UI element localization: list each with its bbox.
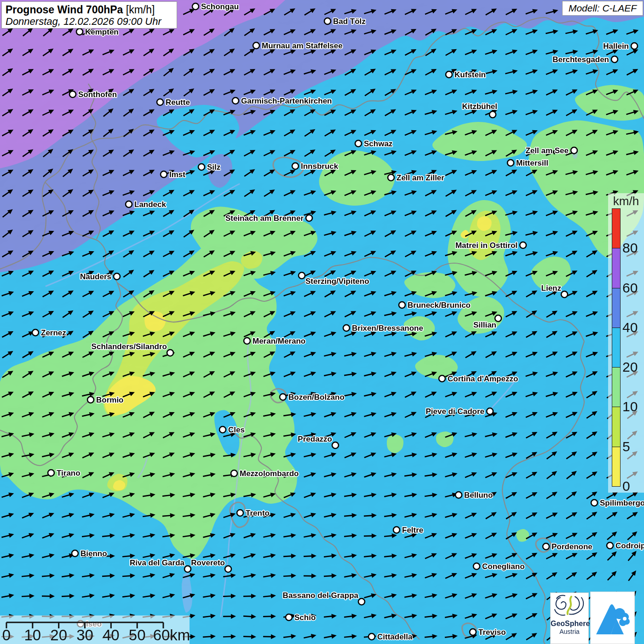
city-marker: [192, 3, 199, 10]
city-marker: [306, 215, 312, 221]
city-marker: [198, 164, 205, 170]
city-cles: Cles: [219, 426, 245, 434]
city-label: Hallein: [603, 42, 629, 51]
city-marker: [157, 99, 163, 105]
city-label: Trento: [246, 509, 270, 518]
city-imst: Imst: [161, 170, 185, 179]
city-tirano: Tirano: [48, 469, 80, 477]
city-marker: [87, 397, 94, 403]
geosphere-logo: GeoSphere Austria: [550, 592, 589, 644]
city-label: Schongau: [201, 2, 239, 11]
city-label: Cles: [228, 426, 245, 434]
legend-tick-label: 20: [622, 359, 644, 375]
city-marker: [48, 470, 54, 476]
city-marker: [237, 510, 243, 516]
city-label: Treviso: [478, 628, 506, 637]
city-label: Reutte: [166, 98, 190, 107]
city-label: Cortina d'Ampezzo: [448, 374, 518, 383]
city-label: Zell am Ziller: [397, 173, 444, 182]
city-marker: [473, 563, 480, 569]
model-label: Modell: C-LAEF: [562, 1, 643, 16]
city-label: Sillian: [473, 321, 496, 329]
city-label: Meran/Merano: [253, 337, 305, 345]
city-label: Pieve di Cadore: [426, 407, 484, 416]
city-label: Kempten: [85, 28, 119, 36]
city-marker: [299, 272, 305, 279]
scalebar-label: 20: [50, 627, 67, 644]
mountain-cloud-logo: [590, 592, 635, 644]
city-label: Conegliano: [482, 562, 525, 571]
city-marker: [32, 329, 39, 336]
city-label: Imst: [169, 170, 185, 179]
city-marker: [489, 111, 496, 118]
city-marker: [487, 408, 493, 414]
city-pieve-di-cadore: Pieve di Cadore: [426, 407, 493, 416]
city-label: Bruneck/Brunico: [408, 301, 471, 310]
city-murnau-am-staffelsee: Murnau am Staffelsee: [253, 41, 343, 50]
city-zernez: Zernez: [32, 328, 66, 337]
city-marker: [253, 42, 259, 49]
distance-scalebar: 0102030405060km: [0, 615, 190, 644]
city-label: Landeck: [134, 200, 167, 209]
city-marker: [232, 98, 239, 104]
legend-tick-label: 10: [622, 399, 644, 414]
city-marker: [244, 338, 250, 344]
city-marker: [161, 171, 167, 178]
city-label: Schwaz: [364, 139, 392, 148]
city-label: Codroipo: [615, 541, 644, 550]
city-marker: [332, 442, 339, 448]
legend-color-10: [612, 367, 621, 407]
wind-forecast-map: SchongauBad TölzKemptenMurnau am Staffel…: [0, 0, 644, 644]
city-marker: [114, 273, 120, 280]
city-marker: [167, 350, 173, 356]
city-label: Feltre: [402, 526, 423, 535]
city-marker: [286, 614, 292, 621]
city-marker: [591, 500, 598, 506]
legend-title: km/h: [608, 194, 644, 208]
city-label: Predazzo: [298, 435, 332, 443]
city-marker: [631, 43, 638, 49]
geosphere-country: Austria: [551, 628, 588, 635]
city-label: Zernez: [41, 328, 66, 337]
city-marker: [126, 201, 132, 207]
city-label: Bad Tölz: [333, 17, 366, 26]
city-reutte: Reutte: [157, 98, 190, 107]
legend-color-80: [612, 208, 621, 248]
city-label: Murnau am Staffelsee: [262, 41, 343, 50]
city-label: Cittadella: [377, 632, 413, 641]
city-label: Belluno: [464, 491, 493, 500]
city-label: Nauders: [80, 272, 111, 281]
title-box: Prognose Wind 700hPa [km/h] Donnerstag, …: [1, 1, 177, 29]
legend-tick-label: 80: [622, 240, 644, 256]
city-meran-merano: Meran/Merano: [244, 337, 305, 345]
city-label: Tirano: [57, 469, 80, 477]
city-marker: [388, 174, 394, 181]
city-steinach-am-brenner: Steinach am Brenner: [225, 214, 312, 223]
city-label: Innsbruck: [301, 162, 339, 171]
map-title: Prognose Wind 700hPa [km/h]: [6, 4, 172, 16]
city-bozen-bolzano: Bozen/Bolzano: [280, 393, 345, 402]
city-marker: [324, 18, 331, 24]
city-label: Kufstein: [454, 70, 486, 79]
map-title-unit: [km/h]: [126, 4, 155, 16]
city-label: Schio: [294, 613, 316, 622]
city-marker: [607, 542, 613, 549]
city-label: Schlanders/Silandro: [92, 342, 167, 351]
city-label: Matrei in Osttirol: [455, 241, 518, 250]
city-trento: Trento: [237, 509, 270, 518]
city-berchtesgaden: Berchtesgaden: [552, 55, 618, 64]
city-marker: [470, 629, 476, 635]
city-label: Brixen/Bressanone: [352, 324, 423, 333]
city-marker: [446, 71, 452, 78]
city-marker: [455, 492, 462, 498]
city-label: Spilimbergo: [600, 499, 644, 507]
city-marker: [611, 56, 618, 63]
city-marker: [184, 566, 191, 572]
city-label: Steinach am Brenner: [225, 214, 304, 223]
city-marker: [231, 470, 237, 477]
city-label: Sonthofen: [78, 90, 117, 99]
city-marker: [76, 29, 83, 35]
legend-color-60: [612, 248, 621, 288]
city-label: Rovereto: [191, 558, 225, 567]
city-marker: [393, 527, 400, 533]
